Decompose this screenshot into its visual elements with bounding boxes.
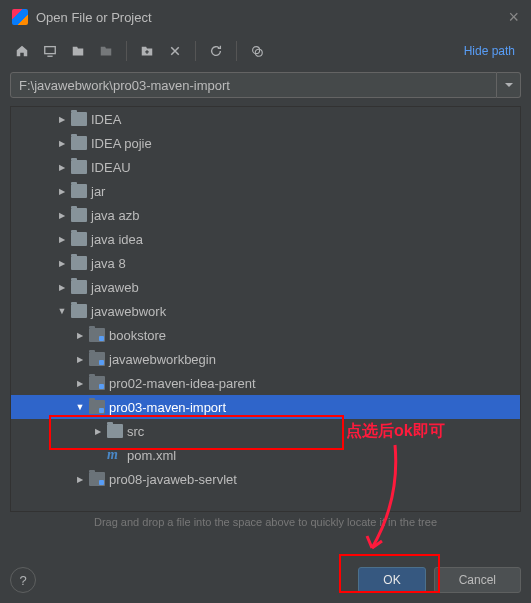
chevron-right-icon[interactable]: ▶ — [55, 163, 69, 172]
path-input[interactable] — [10, 72, 497, 98]
tree-row[interactable]: ▶java idea — [11, 227, 520, 251]
folder-icon — [71, 304, 87, 318]
tree-item-label: javawebworkbegin — [109, 352, 216, 367]
tree-item-label: java 8 — [91, 256, 126, 271]
folder-icon — [71, 208, 87, 222]
tree-row[interactable]: ▶javawebworkbegin — [11, 347, 520, 371]
folder-icon — [71, 136, 87, 150]
chevron-right-icon[interactable]: ▶ — [55, 235, 69, 244]
chevron-down-icon[interactable]: ▼ — [73, 402, 87, 412]
folder-icon — [71, 232, 87, 246]
tree-item-label: java idea — [91, 232, 143, 247]
tree-row[interactable]: ▼javawebwork — [11, 299, 520, 323]
tree-item-label: javawebwork — [91, 304, 166, 319]
module-folder-icon — [89, 376, 105, 390]
folder-icon — [71, 280, 87, 294]
chevron-right-icon[interactable]: ▶ — [73, 379, 87, 388]
button-bar: ? OK Cancel — [10, 567, 521, 593]
chevron-right-icon[interactable]: ▶ — [73, 475, 87, 484]
cancel-button[interactable]: Cancel — [434, 567, 521, 593]
folder-icon — [71, 160, 87, 174]
tree-row[interactable]: ▶pro08-javaweb-servlet — [11, 467, 520, 491]
chevron-down-icon[interactable]: ▼ — [55, 306, 69, 316]
toolbar: Hide path — [0, 34, 531, 68]
delete-button[interactable] — [163, 39, 187, 63]
tree-item-label: java azb — [91, 208, 139, 223]
folder-icon — [71, 112, 87, 126]
chevron-right-icon[interactable]: ▶ — [55, 259, 69, 268]
folder-icon — [71, 256, 87, 270]
hide-path-link[interactable]: Hide path — [464, 44, 521, 58]
module-button[interactable] — [94, 39, 118, 63]
chevron-right-icon[interactable]: ▶ — [55, 187, 69, 196]
module-folder-icon — [89, 472, 105, 486]
file-tree[interactable]: ▶IDEA▶IDEA pojie▶IDEAU▶jar▶java azb▶java… — [10, 106, 521, 512]
tree-item-label: IDEA — [91, 112, 121, 127]
tree-row[interactable]: ▼pro03-maven-import — [11, 395, 520, 419]
tree-row[interactable]: ▶bookstore — [11, 323, 520, 347]
path-dropdown-button[interactable] — [497, 72, 521, 98]
folder-icon — [71, 184, 87, 198]
maven-file-icon: m — [107, 447, 123, 463]
tree-row[interactable]: ▶IDEA — [11, 107, 520, 131]
titlebar: Open File or Project × — [0, 0, 531, 34]
tree-row[interactable]: ▶IDEA pojie — [11, 131, 520, 155]
module-folder-icon — [89, 352, 105, 366]
module-folder-icon — [89, 400, 105, 414]
home-button[interactable] — [10, 39, 34, 63]
tree-item-label: pro03-maven-import — [109, 400, 226, 415]
project-button[interactable] — [66, 39, 90, 63]
tree-item-label: src — [127, 424, 144, 439]
tree-item-label: jar — [91, 184, 105, 199]
chevron-right-icon[interactable]: ▶ — [73, 355, 87, 364]
tree-row[interactable]: ▶jar — [11, 179, 520, 203]
window-title: Open File or Project — [36, 10, 508, 25]
tree-item-label: javaweb — [91, 280, 139, 295]
help-button[interactable]: ? — [10, 567, 36, 593]
close-icon[interactable]: × — [508, 7, 519, 28]
path-bar — [10, 72, 521, 98]
app-icon — [12, 9, 28, 25]
new-folder-button[interactable] — [135, 39, 159, 63]
tree-row[interactable]: ▶java azb — [11, 203, 520, 227]
tree-item-label: IDEAU — [91, 160, 131, 175]
hint-text: Drag and drop a file into the space abov… — [0, 512, 531, 538]
tree-item-label: pro08-javaweb-servlet — [109, 472, 237, 487]
show-hidden-button[interactable] — [245, 39, 269, 63]
chevron-right-icon[interactable]: ▶ — [55, 211, 69, 220]
svg-rect-0 — [45, 47, 56, 54]
tree-item-label: IDEA pojie — [91, 136, 152, 151]
desktop-button[interactable] — [38, 39, 62, 63]
chevron-right-icon[interactable]: ▶ — [73, 331, 87, 340]
chevron-right-icon[interactable]: ▶ — [55, 139, 69, 148]
chevron-right-icon[interactable]: ▶ — [55, 283, 69, 292]
folder-icon — [107, 424, 123, 438]
tree-row[interactable]: ▶IDEAU — [11, 155, 520, 179]
tree-row[interactable]: ▶javaweb — [11, 275, 520, 299]
refresh-button[interactable] — [204, 39, 228, 63]
chevron-right-icon[interactable]: ▶ — [55, 115, 69, 124]
tree-row[interactable]: ▶java 8 — [11, 251, 520, 275]
chevron-right-icon[interactable]: ▶ — [91, 427, 105, 436]
tree-row[interactable]: ▶pro02-maven-idea-parent — [11, 371, 520, 395]
module-folder-icon — [89, 328, 105, 342]
tree-item-label: bookstore — [109, 328, 166, 343]
annotation-text: 点选后ok即可 — [346, 421, 445, 442]
tree-item-label: pro02-maven-idea-parent — [109, 376, 256, 391]
tree-item-label: pom.xml — [127, 448, 176, 463]
tree-row[interactable]: mpom.xml — [11, 443, 520, 467]
ok-button[interactable]: OK — [358, 567, 425, 593]
